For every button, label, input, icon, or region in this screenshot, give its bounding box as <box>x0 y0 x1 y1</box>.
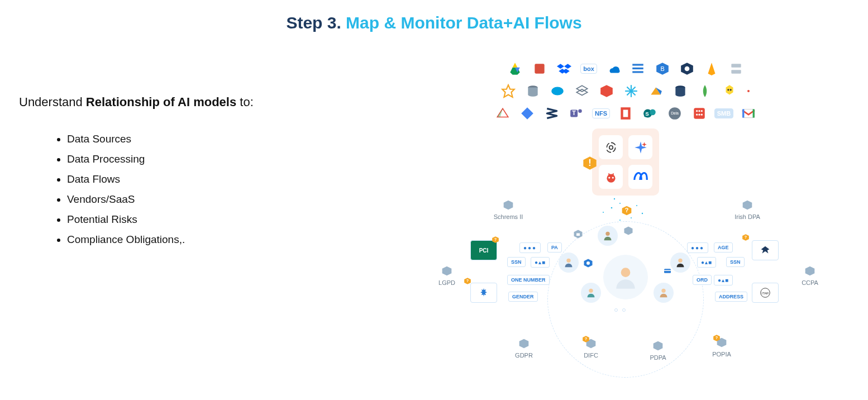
firebase-icon <box>704 61 719 76</box>
title-main: Map & Monitor Data+AI Flows <box>346 13 582 32</box>
svg-point-58 <box>609 145 613 149</box>
card-mini-icon <box>662 266 673 276</box>
question-hex-icon: ? <box>621 204 632 217</box>
svg-point-107 <box>586 261 590 265</box>
title-prefix: Step 3. <box>286 13 341 32</box>
svg-text:?: ? <box>716 336 718 340</box>
svg-marker-79 <box>442 266 452 276</box>
svg-point-39 <box>578 109 582 113</box>
bank-mini-icon <box>573 229 583 239</box>
svg-marker-22 <box>576 89 588 96</box>
bullet-item: Data Sources <box>67 129 332 149</box>
difc-warn-icon: ? <box>582 335 590 343</box>
svg-rect-56 <box>742 109 744 117</box>
dot-icon <box>747 84 750 98</box>
central-person-icon <box>603 255 648 299</box>
svg-text:?: ? <box>585 337 587 341</box>
page-title: Step 3. Map & Monitor Data+AI Flows <box>0 0 868 32</box>
intro-bold: Relationship of AI models <box>86 95 236 109</box>
svg-text:B: B <box>660 65 664 72</box>
dynamics-icon <box>545 106 559 121</box>
sparkle-icon <box>628 135 652 159</box>
svg-rect-10 <box>632 71 643 73</box>
nfs-icon: NFS <box>594 106 608 121</box>
person-icon <box>581 283 601 303</box>
intro-suffix: to: <box>236 95 254 109</box>
ssn-chip: SSN <box>507 257 526 267</box>
svg-text:T: T <box>572 109 576 116</box>
svg-rect-8 <box>632 64 643 65</box>
dots-chip: ●●● <box>519 242 541 253</box>
svg-marker-77 <box>504 201 513 210</box>
popia-warn-icon: ? <box>713 334 721 342</box>
age-chip: AGE <box>714 242 733 253</box>
svg-marker-7 <box>562 69 570 74</box>
svg-point-102 <box>661 289 665 293</box>
bullet-item: Data Processing <box>67 149 332 169</box>
gdpr-label: GDPR <box>504 352 543 359</box>
svg-point-52 <box>696 114 698 116</box>
db-icon <box>526 84 540 98</box>
svg-point-70 <box>636 205 637 206</box>
meta-icon <box>628 165 652 189</box>
svg-point-100 <box>678 259 682 263</box>
eagle-badge <box>752 240 779 260</box>
server-icon <box>729 61 743 76</box>
bullet-item: Compliance Obligations,. <box>67 230 332 250</box>
svg-text:?: ? <box>625 207 629 213</box>
pa-chip: PA <box>547 242 562 253</box>
right-diagram: box B T NFS S Data SMB <box>425 61 827 366</box>
svg-point-72 <box>642 213 643 214</box>
svg-point-66 <box>614 198 615 199</box>
ord-chip: ORD <box>693 275 712 285</box>
svg-rect-109 <box>664 270 671 272</box>
eagle-warn-icon: ? <box>742 234 750 241</box>
intro-text: Understand Relationship of AI models to: <box>19 94 332 111</box>
shapes-chip: ●▴■ <box>714 275 733 285</box>
schrems-hex-icon <box>503 199 514 211</box>
gmail-icon <box>741 106 756 121</box>
svg-point-101 <box>589 289 593 293</box>
intro-prefix: Understand <box>19 95 86 109</box>
svg-marker-85 <box>654 341 663 351</box>
svg-text:Data: Data <box>671 111 679 115</box>
ccpa-hex-icon <box>804 265 815 277</box>
svg-point-99 <box>566 259 570 263</box>
svg-rect-3 <box>535 64 544 73</box>
svg-marker-60 <box>642 142 647 147</box>
bullet-item: Data Flows <box>67 169 332 189</box>
svg-marker-4 <box>557 64 564 69</box>
outer-ring <box>547 221 704 378</box>
svg-marker-80 <box>805 266 815 276</box>
stack-icon <box>575 84 589 98</box>
sharepoint-icon: S <box>643 106 657 121</box>
svg-point-32 <box>730 89 732 91</box>
list-icon <box>631 61 645 76</box>
mongo-icon <box>698 84 712 98</box>
svg-point-68 <box>611 207 613 209</box>
pci-warn-icon: ? <box>492 236 499 244</box>
ssn2-chip: SSN <box>726 257 745 267</box>
redgrid-icon <box>692 106 707 121</box>
schrems-label: Schrems II <box>489 213 528 220</box>
svg-marker-36 <box>521 107 533 120</box>
svg-point-61 <box>607 174 615 182</box>
svg-rect-17 <box>731 70 741 74</box>
pdpa-hex-icon <box>652 340 664 352</box>
svg-point-14 <box>685 66 690 72</box>
svg-text:?: ? <box>466 279 469 283</box>
bullet-item: Potential Risks <box>67 209 332 230</box>
doc-mini-icon <box>623 226 633 236</box>
lgpd-label: LGPD <box>427 279 466 286</box>
svg-point-67 <box>619 203 621 204</box>
phone-chip: ONE NUMBER <box>507 275 550 285</box>
svg-point-97 <box>621 268 631 277</box>
person-icon <box>670 253 690 273</box>
globe-mini-icon <box>583 258 593 268</box>
svg-point-62 <box>608 177 610 178</box>
bullet-item: Vendors/SaaS <box>67 189 332 209</box>
svg-point-50 <box>698 110 700 112</box>
warning-icon: ! <box>582 155 598 171</box>
gender-chip: GENDER <box>508 292 538 302</box>
ai-models-box: ! <box>592 128 659 196</box>
